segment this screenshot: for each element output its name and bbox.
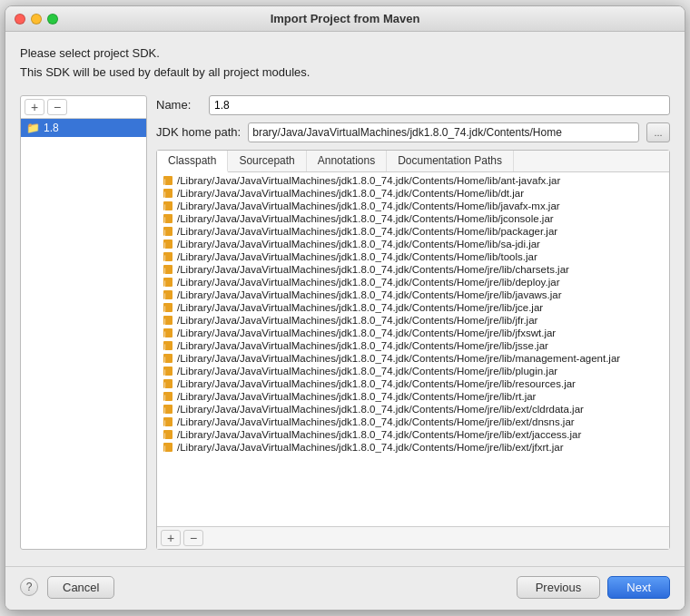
header-line1: Please select project SDK.	[20, 44, 670, 64]
svg-text:j: j	[163, 406, 166, 414]
footer-right: Previous Next	[517, 576, 670, 599]
list-item[interactable]: j/Library/Java/JavaVirtualMachines/jdk1.…	[157, 174, 669, 187]
svg-text:j: j	[163, 318, 166, 325]
jar-icon: j	[163, 315, 173, 326]
list-item[interactable]: j/Library/Java/JavaVirtualMachines/jdk1.…	[157, 390, 669, 403]
cancel-button[interactable]: Cancel	[47, 576, 114, 599]
tab-documentation-paths[interactable]: Documentation Paths	[387, 151, 514, 171]
file-path: /Library/Java/JavaVirtualMachines/jdk1.8…	[177, 226, 557, 237]
file-path: /Library/Java/JavaVirtualMachines/jdk1.8…	[177, 200, 560, 211]
tab-sourcepath[interactable]: Sourcepath	[228, 151, 306, 171]
tab-content: j/Library/Java/JavaVirtualMachines/jdk1.…	[157, 172, 669, 526]
file-path: /Library/Java/JavaVirtualMachines/jdk1.8…	[177, 353, 620, 364]
file-path: /Library/Java/JavaVirtualMachines/jdk1.8…	[177, 277, 559, 288]
svg-text:j: j	[163, 229, 166, 236]
jar-icon: j	[163, 416, 173, 427]
footer: ? Cancel Previous Next	[5, 566, 685, 610]
main-window: Import Project from Maven Please select …	[5, 5, 685, 611]
footer-left: ? Cancel	[20, 576, 114, 599]
list-item[interactable]: j/Library/Java/JavaVirtualMachines/jdk1.…	[157, 365, 669, 377]
file-path: /Library/Java/JavaVirtualMachines/jdk1.8…	[177, 289, 562, 300]
list-item[interactable]: j/Library/Java/JavaVirtualMachines/jdk1.…	[157, 416, 669, 428]
titlebar: Import Project from Maven	[5, 6, 685, 32]
svg-text:j: j	[163, 254, 166, 261]
list-item[interactable]: j/Library/Java/JavaVirtualMachines/jdk1.…	[157, 288, 669, 301]
name-input[interactable]	[209, 95, 670, 115]
jdk-path-row: JDK home path: brary/Java/JavaVirtualMac…	[156, 122, 670, 142]
add-sdk-button[interactable]: +	[25, 99, 44, 115]
file-path: /Library/Java/JavaVirtualMachines/jdk1.8…	[177, 328, 556, 338]
browse-button[interactable]: ...	[646, 122, 670, 142]
tab-classpath[interactable]: Classpath	[157, 151, 228, 172]
list-item[interactable]: j/Library/Java/JavaVirtualMachines/jdk1.…	[157, 403, 669, 416]
list-item[interactable]: j/Library/Java/JavaVirtualMachines/jdk1.…	[157, 327, 669, 339]
previous-button[interactable]: Previous	[517, 576, 601, 599]
file-list[interactable]: j/Library/Java/JavaVirtualMachines/jdk1.…	[157, 172, 669, 526]
jar-icon: j	[163, 200, 173, 211]
file-path: /Library/Java/JavaVirtualMachines/jdk1.8…	[177, 378, 576, 389]
list-item[interactable]: j/Library/Java/JavaVirtualMachines/jdk1.…	[157, 441, 669, 454]
list-item[interactable]: j/Library/Java/JavaVirtualMachines/jdk1.…	[157, 250, 669, 263]
jar-icon: j	[163, 175, 173, 186]
list-item[interactable]: j/Library/Java/JavaVirtualMachines/jdk1.…	[157, 200, 669, 212]
content-area: Please select project SDK. This SDK will…	[5, 32, 685, 559]
list-item[interactable]: j/Library/Java/JavaVirtualMachines/jdk1.…	[157, 263, 669, 276]
jar-icon: j	[163, 328, 173, 338]
list-item[interactable]: j/Library/Java/JavaVirtualMachines/jdk1.…	[157, 187, 669, 200]
help-button[interactable]: ?	[20, 578, 38, 596]
list-toolbar: + −	[157, 526, 669, 549]
sdk-item[interactable]: 📁 1.8	[21, 119, 146, 137]
file-path: /Library/Java/JavaVirtualMachines/jdk1.8…	[177, 366, 557, 376]
jar-icon: j	[163, 289, 173, 300]
jar-icon: j	[163, 277, 173, 288]
svg-text:j: j	[163, 330, 166, 337]
main-area: + − 📁 1.8 Name: JDK home path: brary/Jav…	[20, 95, 670, 550]
file-path: /Library/Java/JavaVirtualMachines/jdk1.8…	[177, 429, 581, 440]
file-path: /Library/Java/JavaVirtualMachines/jdk1.8…	[177, 442, 563, 453]
jar-icon: j	[163, 378, 173, 389]
list-item[interactable]: j/Library/Java/JavaVirtualMachines/jdk1.…	[157, 301, 669, 314]
list-item[interactable]: j/Library/Java/JavaVirtualMachines/jdk1.…	[157, 225, 669, 238]
add-file-button[interactable]: +	[161, 530, 181, 546]
remove-sdk-button[interactable]: −	[47, 99, 67, 115]
file-path: /Library/Java/JavaVirtualMachines/jdk1.8…	[177, 302, 543, 313]
tabs-header: Classpath Sourcepath Annotations Documen…	[157, 151, 669, 172]
file-path: /Library/Java/JavaVirtualMachines/jdk1.8…	[177, 416, 575, 427]
svg-text:j: j	[163, 279, 166, 287]
svg-text:j: j	[163, 419, 166, 426]
list-item[interactable]: j/Library/Java/JavaVirtualMachines/jdk1.…	[157, 377, 669, 390]
list-item[interactable]: j/Library/Java/JavaVirtualMachines/jdk1.…	[157, 212, 669, 225]
svg-text:j: j	[163, 356, 166, 363]
svg-text:j: j	[163, 381, 166, 388]
maximize-button[interactable]	[47, 14, 58, 24]
jar-icon: j	[163, 429, 173, 440]
list-item[interactable]: j/Library/Java/JavaVirtualMachines/jdk1.…	[157, 339, 669, 352]
file-path: /Library/Java/JavaVirtualMachines/jdk1.8…	[177, 315, 537, 326]
right-panel: Name: JDK home path: brary/Java/JavaVirt…	[156, 95, 670, 550]
jar-icon: j	[163, 366, 173, 376]
list-item[interactable]: j/Library/Java/JavaVirtualMachines/jdk1.…	[157, 352, 669, 365]
minimize-button[interactable]	[31, 14, 42, 24]
svg-text:j: j	[163, 368, 166, 376]
svg-text:j: j	[163, 203, 166, 210]
list-item[interactable]: j/Library/Java/JavaVirtualMachines/jdk1.…	[157, 238, 669, 250]
svg-text:j: j	[163, 267, 166, 274]
svg-text:j: j	[163, 241, 166, 249]
jar-icon: j	[163, 353, 173, 364]
header-line2: This SDK will be used by default by all …	[20, 64, 670, 83]
tab-annotations[interactable]: Annotations	[307, 151, 387, 171]
list-item[interactable]: j/Library/Java/JavaVirtualMachines/jdk1.…	[157, 276, 669, 288]
list-item[interactable]: j/Library/Java/JavaVirtualMachines/jdk1.…	[157, 314, 669, 327]
remove-file-button[interactable]: −	[183, 530, 203, 546]
file-path: /Library/Java/JavaVirtualMachines/jdk1.8…	[177, 188, 524, 199]
jar-icon: j	[163, 302, 173, 313]
name-label: Name:	[156, 98, 202, 112]
next-button[interactable]: Next	[607, 576, 670, 599]
file-path: /Library/Java/JavaVirtualMachines/jdk1.8…	[177, 175, 560, 186]
header-description: Please select project SDK. This SDK will…	[20, 44, 670, 83]
list-item[interactable]: j/Library/Java/JavaVirtualMachines/jdk1.…	[157, 428, 669, 441]
svg-text:j: j	[163, 445, 166, 452]
folder-icon: 📁	[26, 122, 40, 134]
file-path: /Library/Java/JavaVirtualMachines/jdk1.8…	[177, 239, 540, 249]
close-button[interactable]	[15, 14, 25, 24]
